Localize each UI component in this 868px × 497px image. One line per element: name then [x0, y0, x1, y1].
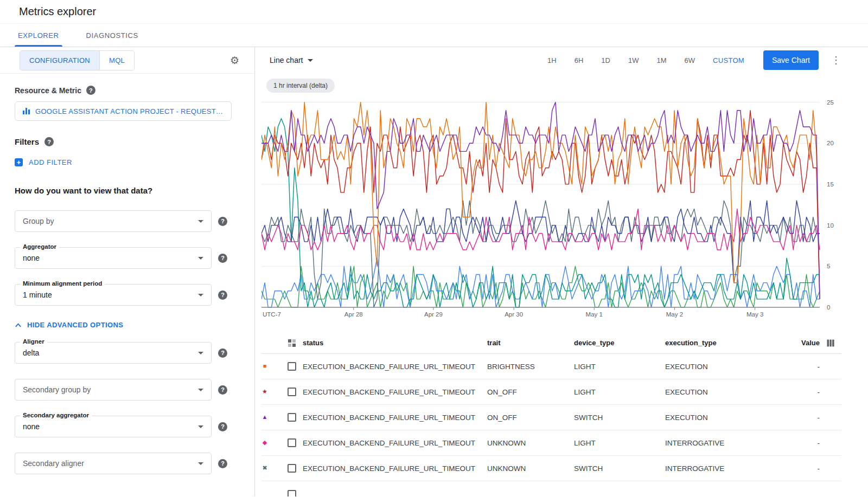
device-type-cell: LIGHT: [574, 363, 665, 371]
execution-type-cell: INTERROGATIVE: [665, 464, 795, 473]
chart-area: Line chart 1H 6H 1D 1W 1M 6W CUSTOM Save…: [255, 47, 868, 496]
execution-type-cell: EXECUTION: [665, 388, 795, 396]
tab-explorer[interactable]: EXPLORER: [15, 24, 62, 47]
view-data-question: How do you want to view that data?: [15, 186, 244, 195]
select-series-icon[interactable]: [288, 339, 296, 347]
help-icon[interactable]: ?: [86, 86, 95, 95]
svg-text:UTC-7: UTC-7: [263, 311, 281, 318]
row-checkbox[interactable]: [288, 490, 296, 497]
hide-advanced-options-link[interactable]: HIDE ADVANCED OPTIONS: [15, 321, 244, 329]
secondary-group-by-placeholder: Secondary group by: [23, 385, 91, 394]
chevron-down-icon: [198, 352, 203, 354]
table-row: ◆ EXECUTION_BACKEND_FAILURE_URL_TIMEOUT …: [261, 430, 841, 456]
column-status[interactable]: status: [303, 339, 487, 347]
execution-type-cell: EXECUTION: [665, 363, 795, 371]
line-chart[interactable]: 0510152025UTC-7Apr 28Apr 29Apr 30May 1Ma…: [261, 95, 850, 319]
tab-diagnostics[interactable]: DIAGNOSTICS: [83, 24, 142, 47]
trait-cell: ON_OFF: [487, 388, 574, 396]
row-checkbox[interactable]: [288, 362, 296, 371]
configuration-tab-button[interactable]: CONFIGURATION: [20, 51, 99, 70]
range-1h[interactable]: 1H: [547, 56, 557, 64]
range-6w[interactable]: 6W: [685, 56, 695, 64]
secondary-aggregator-value: none: [23, 422, 40, 431]
column-trait[interactable]: trait: [487, 339, 574, 347]
column-device-type[interactable]: device_type: [574, 339, 665, 347]
mql-tab-button[interactable]: MQL: [99, 51, 134, 70]
filters-section: Filters ?: [15, 137, 244, 146]
resource-metric-label: Resource & Metric: [15, 86, 81, 95]
caret-down-icon: [308, 59, 313, 62]
aggregator-label: Aggregator: [20, 243, 59, 250]
app-header: Metrics explorer: [0, 0, 868, 24]
svg-text:May 1: May 1: [586, 311, 603, 318]
device-type-cell: SWITCH: [574, 414, 665, 422]
min-alignment-period-value: 1 minute: [23, 291, 52, 299]
row-checkbox[interactable]: [288, 413, 296, 422]
hide-advanced-options-label: HIDE ADVANCED OPTIONS: [27, 321, 123, 329]
status-cell: EXECUTION_BACKEND_FAILURE_URL_TIMEOUT: [303, 388, 487, 396]
row-checkbox[interactable]: [288, 388, 296, 396]
column-value[interactable]: Value: [795, 339, 820, 347]
svg-text:May 2: May 2: [666, 311, 683, 318]
range-1m[interactable]: 1M: [656, 56, 666, 64]
secondary-aligner-select[interactable]: Secondary aligner: [15, 453, 212, 474]
secondary-group-by-select[interactable]: Secondary group by: [15, 379, 212, 401]
range-6h[interactable]: 6H: [575, 56, 584, 64]
save-chart-button[interactable]: Save Chart: [763, 50, 819, 70]
help-icon[interactable]: ?: [44, 137, 54, 146]
time-range-group: 1H 6H 1D 1W 1M 6W: [547, 56, 695, 64]
help-icon[interactable]: ?: [218, 459, 227, 468]
range-custom[interactable]: CUSTOM: [713, 56, 744, 64]
svg-text:0: 0: [827, 304, 830, 311]
column-settings-icon[interactable]: [826, 339, 835, 347]
panel-body: Resource & Metric ? GOOGLE ASSISTANT ACT…: [0, 74, 254, 474]
chevron-up-icon: [15, 322, 22, 328]
row-checkbox[interactable]: [288, 464, 296, 473]
help-icon[interactable]: ?: [218, 348, 227, 358]
metric-selector-label: GOOGLE ASSISTANT ACTION PROJECT - REQUES…: [35, 107, 224, 115]
table-header: status trait device_type execution_type …: [261, 332, 841, 354]
status-cell: EXECUTION_BACKEND_FAILURE_URL_TIMEOUT: [303, 414, 487, 422]
chevron-down-icon: [198, 462, 203, 465]
column-execution-type[interactable]: execution_type: [665, 339, 795, 347]
help-icon[interactable]: ?: [218, 422, 227, 431]
configuration-panel: CONFIGURATION MQL ⚙ Resource & Metric ? …: [0, 47, 255, 496]
chart-type-select[interactable]: Line chart: [270, 56, 313, 64]
chevron-down-icon: [198, 425, 203, 428]
aggregator-select[interactable]: Aggregator none: [15, 247, 212, 269]
svg-text:15: 15: [827, 181, 834, 188]
add-filter-button[interactable]: + ADD FILTER: [15, 158, 244, 166]
chevron-down-icon: [198, 257, 203, 260]
filters-label: Filters: [15, 137, 39, 146]
execution-type-cell: EXECUTION: [665, 414, 795, 422]
svg-text:25: 25: [827, 99, 834, 106]
range-1w[interactable]: 1W: [628, 56, 639, 64]
help-icon[interactable]: ?: [218, 217, 227, 226]
more-vert-icon[interactable]: ⋮: [828, 55, 844, 66]
status-cell: EXECUTION_BACKEND_FAILURE_URL_TIMEOUT: [303, 439, 487, 447]
resource-metric-section: Resource & Metric ?: [15, 86, 244, 95]
row-checkbox[interactable]: [288, 438, 296, 447]
interval-chip: 1 hr interval (delta): [266, 79, 335, 93]
panel-header: CONFIGURATION MQL ⚙: [0, 47, 254, 74]
value-cell: -: [795, 388, 820, 396]
min-alignment-period-select[interactable]: Minimum alignment period 1 minute: [15, 284, 212, 306]
help-icon[interactable]: ?: [218, 291, 227, 300]
help-icon[interactable]: ?: [218, 254, 227, 263]
value-cell: -: [795, 464, 820, 473]
trait-cell: UNKNOWN: [487, 464, 574, 473]
metric-selector-button[interactable]: GOOGLE ASSISTANT ACTION PROJECT - REQUES…: [15, 101, 232, 121]
svg-text:Apr 28: Apr 28: [344, 311, 363, 318]
settings-gear-icon[interactable]: ⚙: [227, 55, 242, 66]
aligner-select[interactable]: Aligner delta: [15, 342, 212, 364]
chevron-down-icon: [198, 389, 203, 391]
secondary-aggregator-select[interactable]: Secondary aggregator none: [15, 416, 212, 437]
group-by-select[interactable]: Group by: [15, 210, 212, 232]
tab-bar: EXPLORER DIAGNOSTICS: [0, 24, 868, 47]
table-row: ✖ EXECUTION_BACKEND_FAILURE_URL_TIMEOUT …: [261, 456, 841, 481]
value-cell: -: [795, 439, 820, 447]
chevron-down-icon: [198, 220, 203, 223]
help-icon[interactable]: ?: [218, 385, 227, 395]
range-1d[interactable]: 1D: [601, 56, 610, 64]
table-row-partial: [261, 481, 841, 496]
